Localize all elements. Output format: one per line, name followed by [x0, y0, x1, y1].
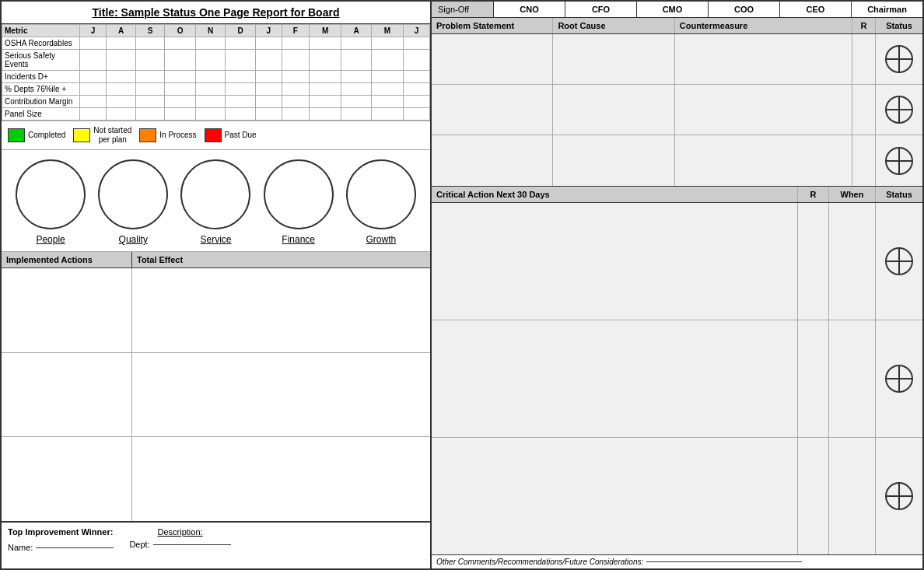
circle-finance: Finance	[264, 159, 334, 245]
critical-header-when: When	[829, 187, 876, 202]
metrics-cell-3-3	[136, 83, 165, 96]
problem-root-2	[553, 85, 674, 135]
metrics-cell-3-12	[404, 83, 430, 96]
problem-header-status: Status	[876, 18, 922, 33]
problem-r-2	[852, 85, 876, 135]
metrics-cell-0-1	[80, 37, 107, 50]
metrics-cell-0-3	[136, 37, 165, 50]
impl-header-actions: Implemented Actions	[2, 252, 132, 268]
legend-completed: Completed	[8, 128, 65, 142]
circle-people: People	[16, 159, 86, 245]
problem-r-1	[852, 34, 876, 84]
winner-dept-field[interactable]	[153, 544, 231, 545]
left-panel: Title: Sample Status One Page Report for…	[0, 0, 432, 570]
metrics-cell-0-12	[404, 37, 430, 50]
metrics-cell-1-4	[165, 50, 196, 71]
critical-header-r: R	[798, 187, 829, 202]
metrics-cell-3-1	[80, 83, 107, 96]
impl-header: Implemented Actions Total Effect	[2, 252, 430, 268]
metrics-cell-0-8	[282, 37, 309, 50]
metrics-cell-5-5	[195, 108, 225, 121]
metrics-cell-5-2	[106, 108, 135, 121]
comments-field[interactable]	[646, 561, 802, 562]
metrics-cell-2-2	[106, 71, 135, 83]
metrics-cell-1-9	[309, 50, 341, 71]
critical-status-1	[876, 203, 922, 320]
metrics-cell-0-0: OSHA Recordables	[2, 37, 80, 50]
circle-shape-people	[16, 159, 86, 229]
metrics-cell-4-7	[255, 96, 282, 108]
metrics-cell-4-3	[136, 96, 165, 108]
impl-action-2	[2, 353, 132, 437]
legend-color-completed	[8, 128, 25, 142]
circle-quality: Quality	[98, 159, 168, 245]
circle-shape-finance	[264, 159, 334, 229]
critical-r-3	[798, 438, 829, 554]
metrics-col-header: J	[80, 25, 107, 37]
metrics-cell-2-12	[404, 71, 430, 83]
problem-status-3	[876, 135, 922, 186]
problem-header-root: Root Cause	[553, 18, 674, 33]
table-row: Incidents D+	[2, 71, 430, 83]
comments-bar: Other Comments/Recommendations/Future Co…	[432, 554, 922, 568]
signoff-coo: COO	[709, 2, 780, 17]
critical-cross-icon-2	[885, 365, 913, 393]
critical-action-1	[432, 203, 798, 320]
circles-section: People Quality Service Finance Growth	[2, 150, 430, 252]
metrics-cell-4-0: Contribution Margin	[2, 96, 80, 108]
metrics-cell-3-2	[106, 83, 135, 96]
metrics-cell-5-8	[282, 108, 309, 121]
signoff-header: Sign-Off CNO CFO CMO COO CEO Chairman	[432, 2, 922, 18]
metrics-cell-5-4	[165, 108, 196, 121]
metrics-cell-0-4	[165, 37, 196, 50]
critical-cross-icon-3	[885, 482, 913, 510]
metrics-cell-3-10	[341, 83, 371, 96]
impl-row-2	[2, 353, 430, 438]
impl-row-3	[2, 437, 430, 521]
legend-label-completed: Completed	[28, 131, 65, 140]
signoff-ceo: CEO	[780, 2, 852, 17]
table-row: Serious Safety Events	[2, 50, 430, 71]
metrics-cell-4-11	[371, 96, 403, 108]
winner-name-field[interactable]	[36, 547, 114, 548]
problem-table-section: Problem Statement Root Cause Countermeas…	[432, 18, 922, 187]
metrics-cell-1-10	[341, 50, 371, 71]
critical-status-3	[876, 438, 922, 554]
metrics-cell-4-2	[106, 96, 135, 108]
metrics-cell-4-4	[165, 96, 196, 108]
circle-growth: Growth	[346, 159, 416, 245]
problem-counter-1	[675, 34, 852, 84]
metrics-col-header: N	[195, 25, 225, 37]
impl-row-1	[2, 268, 430, 353]
legend-color-past-due	[205, 128, 222, 142]
metrics-cell-0-6	[226, 37, 255, 50]
critical-action-section: Critical Action Next 30 Days R When Stat…	[432, 187, 922, 568]
metrics-cell-5-12	[404, 108, 430, 121]
circle-label-people: People	[36, 234, 65, 245]
metrics-cell-2-1	[80, 71, 107, 83]
problem-header-counter: Countermeasure	[675, 18, 852, 33]
critical-status-2	[876, 320, 922, 437]
problem-root-3	[553, 135, 674, 186]
problem-status-2	[876, 85, 922, 135]
metrics-cell-2-9	[309, 71, 341, 83]
metrics-cell-3-11	[371, 83, 403, 96]
signoff-chairman: Chairman	[852, 2, 922, 17]
legend-in-process: In Process	[139, 128, 196, 142]
metrics-cell-3-0: % Depts 76%ile +	[2, 83, 80, 96]
winner-dept-line: Dept:	[129, 540, 230, 549]
metrics-cell-4-8	[282, 96, 309, 108]
metrics-cell-1-7	[255, 50, 282, 71]
problem-header-statement: Problem Statement	[432, 18, 553, 33]
metrics-cell-4-5	[195, 96, 225, 108]
metrics-cell-5-0: Panel Size	[2, 108, 80, 121]
circle-label-quality: Quality	[119, 234, 148, 245]
circle-shape-service	[180, 159, 250, 229]
critical-header: Critical Action Next 30 Days R When Stat…	[432, 187, 922, 203]
metrics-cell-3-4	[165, 83, 196, 96]
signoff-cfo: CFO	[565, 2, 637, 17]
critical-when-2	[829, 320, 876, 437]
impl-action-1	[2, 268, 132, 352]
metrics-col-header: A	[106, 25, 135, 37]
metrics-cell-4-9	[309, 96, 341, 108]
